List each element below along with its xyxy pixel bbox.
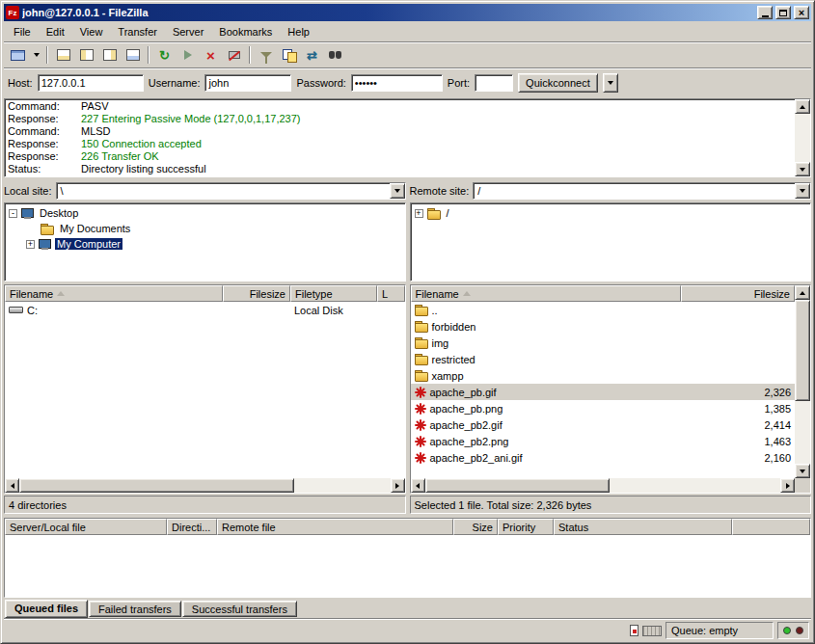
remote-horizontal-scrollbar[interactable] [411,478,796,493]
expand-expander-icon[interactable]: + [415,209,423,218]
close-button[interactable]: × [794,6,809,19]
scrollbar-thumb[interactable] [795,300,810,401]
queue-toggle-button[interactable] [122,44,144,66]
menu-item-view[interactable]: View [72,24,111,40]
title-bar[interactable]: Fz john@127.0.0.1 - FileZilla × [4,4,811,21]
column-header-filename[interactable]: Filename [411,285,681,302]
host-input[interactable] [38,74,144,92]
tree-item-desktop[interactable]: - Desktop [6,205,404,221]
column-header-filetype[interactable]: Filetype [290,285,377,302]
column-header-filesize[interactable]: Filesize [681,285,796,302]
remote-file-rows[interactable]: .. forbidden img restricted xampp apache… [411,302,796,478]
local-file-row[interactable]: C: Local Disk [5,302,405,318]
image-file-icon [415,436,426,447]
transfer-queue-list[interactable] [5,535,810,597]
column-header-filesize[interactable]: Filesize [223,285,290,302]
filter-button[interactable] [255,44,277,66]
remote-file-row[interactable]: apache_pb2_ani.gif2,160 [411,449,796,466]
menu-item-server[interactable]: Server [165,24,211,40]
scrollbar-track[interactable] [19,478,391,493]
site-manager-button[interactable] [7,44,29,66]
refresh-button[interactable]: ↻ [153,44,176,66]
remote-directory-tree[interactable]: + / [410,202,812,282]
tab-failed-transfers[interactable]: Failed transfers [89,601,181,617]
remote-dir-row[interactable]: forbidden [411,318,796,335]
minimize-button[interactable] [757,6,773,19]
file-name-label: forbidden [432,321,476,333]
maximize-button[interactable] [775,6,791,19]
local-site-dropdown-button[interactable] [390,183,405,199]
disconnect-button[interactable] [223,44,245,66]
column-header-remote-file[interactable]: Remote file [217,519,453,535]
tree-item-my-computer[interactable]: + My Computer [6,236,404,252]
scroll-left-button[interactable] [411,478,425,493]
local-file-rows[interactable]: C: Local Disk [5,302,405,478]
toolbar-separator [249,46,251,64]
file-size-label [681,351,796,367]
folder-icon [415,354,428,364]
scrollbar-track[interactable] [795,300,810,464]
site-manager-dropdown-button[interactable] [30,44,42,66]
username-input[interactable] [204,74,291,92]
menu-item-transfer[interactable]: Transfer [110,24,165,40]
scrollbar-thumb[interactable] [425,478,611,493]
transfer-queue-icon [126,49,140,61]
scroll-up-button[interactable] [795,285,810,300]
remote-site-dropdown-button[interactable] [795,183,810,199]
column-header-server-local-file[interactable]: Server/Local file [5,519,167,535]
remote-file-row-selected[interactable]: apache_pb.gif2,326 [411,384,796,400]
column-header-priority[interactable]: Priority [498,519,554,535]
scrollbar-thumb[interactable] [19,478,294,493]
remote-site-combo[interactable]: / [473,182,811,200]
remote-vertical-scrollbar[interactable] [795,285,810,478]
log-vertical-scrollbar[interactable] [795,99,810,176]
folder-icon [415,370,428,381]
menu-item-file[interactable]: File [6,24,39,40]
column-header-direction[interactable]: Directi... [167,519,217,535]
synchronized-browsing-button[interactable]: ⇄ [301,44,323,66]
scroll-down-button[interactable] [795,162,810,176]
scroll-right-button[interactable] [780,478,795,493]
tree-item-my-documents[interactable]: My Documents [6,221,404,236]
remote-dir-row[interactable]: .. [411,302,796,318]
scroll-down-button[interactable] [795,464,810,478]
message-log-toggle-button[interactable] [52,44,74,66]
menu-item-help[interactable]: Help [280,24,317,40]
local-horizontal-scrollbar[interactable] [5,478,405,493]
scroll-right-button[interactable] [391,478,405,493]
process-queue-button[interactable] [177,44,199,66]
tree-item-root[interactable]: + / [412,205,810,221]
expand-expander-icon[interactable]: + [26,240,35,249]
cancel-button[interactable]: × [200,44,222,66]
find-files-button[interactable] [324,44,346,66]
quickconnect-dropdown-button[interactable] [603,73,618,93]
column-header-size[interactable]: Size [453,519,498,535]
chevron-down-icon [800,189,805,193]
quickconnect-button[interactable]: Quickconnect [518,73,598,93]
column-header-last-modified[interactable]: L [377,285,405,302]
scroll-up-button[interactable] [795,99,810,114]
local-site-combo[interactable]: \ [56,182,406,200]
scroll-left-button[interactable] [5,478,19,493]
port-input[interactable] [475,74,513,92]
directory-comparison-button[interactable] [278,44,300,66]
remote-dir-row[interactable]: restricted [411,351,796,367]
remote-dir-row[interactable]: img [411,335,796,351]
password-input[interactable] [351,74,443,92]
scrollbar-track[interactable] [425,478,781,493]
menu-item-bookmarks[interactable]: Bookmarks [211,24,280,40]
tab-queued-files[interactable]: Queued files [5,600,88,618]
scrollbar-track[interactable] [795,114,810,162]
collapse-expander-icon[interactable]: - [9,209,17,218]
remote-file-row[interactable]: apache_pb2.png1,463 [411,433,796,449]
column-header-filename[interactable]: Filename [5,285,223,302]
remote-tree-toggle-button[interactable] [98,44,121,66]
tab-successful-transfers[interactable]: Successful transfers [182,601,297,617]
remote-file-row[interactable]: apache_pb.png1,385 [411,400,796,416]
local-tree-toggle-button[interactable] [75,44,97,66]
remote-dir-row[interactable]: xampp [411,367,796,384]
menu-item-edit[interactable]: Edit [39,24,72,40]
remote-file-row[interactable]: apache_pb2.gif2,414 [411,416,796,433]
column-header-status[interactable]: Status [554,519,732,535]
local-directory-tree[interactable]: - Desktop My Documents + My Computer [4,202,406,282]
